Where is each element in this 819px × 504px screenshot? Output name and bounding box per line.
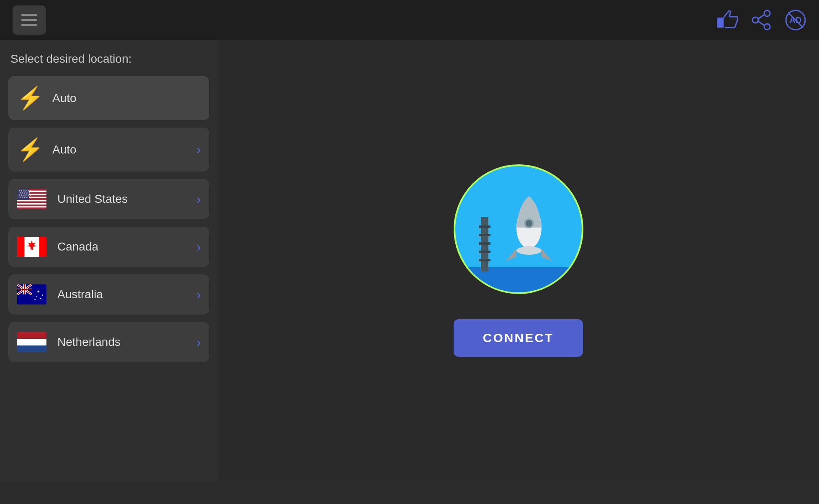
svg-rect-52 [479, 242, 490, 245]
svg-point-57 [526, 220, 532, 227]
location-item-us[interactable]: ★ ★ ★ ★ ★ ★ ★ ★ ★ ★ ★ ★ ★ ★ ★ ★ ★ ★ ★ ★ … [8, 179, 209, 219]
us-flag-icon: ★ ★ ★ ★ ★ ★ ★ ★ ★ ★ ★ ★ ★ ★ ★ ★ ★ ★ ★ ★ … [17, 188, 47, 210]
item-label: Australia [57, 288, 196, 301]
location-item-auto-selected[interactable]: ⚡ Auto [8, 76, 209, 120]
svg-rect-18 [17, 205, 46, 206]
hamburger-icon [21, 14, 37, 26]
chevron-right-icon: › [196, 287, 201, 302]
svg-rect-50 [479, 225, 490, 228]
svg-point-2 [752, 17, 758, 23]
ca-flag-icon [17, 236, 47, 258]
svg-text:★: ★ [37, 290, 40, 294]
svg-rect-48 [464, 267, 573, 292]
sidebar: Select desired location: ⚡ Auto ⚡ Auto › [0, 40, 218, 481]
share-button[interactable] [750, 9, 772, 31]
top-right-icons: AD [716, 9, 806, 31]
connect-button[interactable]: CONNECT [454, 319, 583, 357]
svg-rect-19 [17, 206, 46, 208]
svg-rect-17 [17, 203, 46, 205]
svg-text:★ ★ ★ ★ ★: ★ ★ ★ ★ ★ [19, 196, 31, 198]
svg-rect-44 [17, 332, 46, 339]
svg-rect-15 [17, 200, 46, 202]
item-label: United States [57, 192, 196, 206]
svg-rect-54 [479, 259, 490, 261]
svg-rect-27 [17, 237, 25, 257]
svg-rect-45 [17, 339, 46, 345]
item-label: Auto [52, 143, 196, 156]
svg-text:★: ★ [34, 298, 36, 301]
chevron-right-icon: › [196, 239, 201, 255]
top-bar: AD [0, 0, 819, 40]
ad-block-button[interactable]: AD [785, 9, 806, 31]
nl-flag-icon [17, 331, 47, 353]
svg-point-0 [764, 10, 770, 16]
menu-button[interactable] [13, 5, 46, 35]
item-label: Auto [52, 92, 201, 105]
svg-point-1 [764, 24, 770, 30]
main-content: Select desired location: ⚡ Auto ⚡ Auto › [0, 40, 819, 481]
chevron-right-icon: › [196, 142, 201, 157]
bolt-icon: ⚡ [17, 137, 44, 162]
au-flag-icon: ★ ★ ★ ★ ★ [17, 284, 47, 305]
right-panel: CONNECT [218, 40, 819, 481]
item-label: Canada [57, 240, 196, 253]
svg-rect-46 [17, 345, 46, 352]
bolt-icon: ⚡ [17, 85, 44, 111]
chevron-right-icon: › [196, 335, 201, 350]
svg-text:★: ★ [39, 297, 41, 300]
location-item-ca[interactable]: Canada › [8, 227, 209, 267]
bottom-bar [0, 481, 819, 504]
svg-rect-20 [17, 207, 46, 209]
svg-rect-51 [479, 234, 490, 236]
bottom-bar-inner [0, 481, 819, 504]
svg-text:★: ★ [41, 294, 44, 297]
location-item-nl[interactable]: Netherlands › [8, 322, 209, 362]
svg-rect-16 [17, 202, 46, 203]
item-label: Netherlands [57, 335, 196, 349]
svg-rect-28 [39, 237, 47, 257]
rocket-circle [454, 164, 583, 294]
svg-rect-53 [479, 251, 490, 253]
thumbs-up-button[interactable] [716, 9, 738, 31]
svg-point-58 [516, 246, 542, 255]
chevron-right-icon: › [196, 192, 201, 207]
svg-text:★: ★ [36, 295, 37, 297]
svg-line-3 [758, 15, 764, 19]
location-item-au[interactable]: ★ ★ ★ ★ ★ Australia › [8, 274, 209, 315]
svg-line-4 [758, 21, 764, 26]
sidebar-title: Select desired location: [8, 52, 209, 66]
location-item-auto[interactable]: ⚡ Auto › [8, 128, 209, 171]
